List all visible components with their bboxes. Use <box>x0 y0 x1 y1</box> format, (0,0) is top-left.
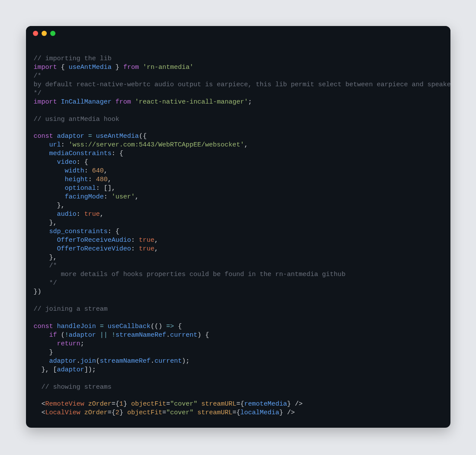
jsx-attr: zOrder <box>84 409 108 416</box>
string: 'react-native-incall-manager' <box>135 98 248 106</box>
brace: } <box>123 400 127 408</box>
brace: { <box>84 159 88 166</box>
ident: adaptor <box>57 366 84 374</box>
ident: adaptor <box>69 332 96 339</box>
semi: ; <box>248 98 252 106</box>
code-block: // importing the lib import { useAntMedi… <box>26 41 450 428</box>
paren-close: ); <box>182 358 190 365</box>
brace: { <box>174 323 182 330</box>
prop: OfferToReceiveAudio <box>57 237 131 244</box>
window-titlebar <box>26 26 450 41</box>
kw-from: from <box>116 98 131 106</box>
comma: , <box>100 211 104 218</box>
eq: = <box>108 409 112 416</box>
number: 640 <box>92 167 104 175</box>
brace: { <box>61 64 65 71</box>
jsx-close: /> <box>283 409 295 416</box>
brace: { <box>120 150 123 157</box>
minimize-icon[interactable] <box>42 31 47 36</box>
prop: height <box>65 176 88 183</box>
fn-call: useCallback <box>108 323 151 330</box>
colon: : <box>84 167 88 175</box>
prop: mediaConstraints <box>49 150 112 157</box>
brackets: [] <box>104 185 112 192</box>
bracket-close: ]); <box>84 366 96 374</box>
comment: // showing streams <box>42 384 112 391</box>
paren-close: ) { <box>198 332 209 339</box>
fn-call: join <box>81 358 96 365</box>
colon: : <box>61 141 65 149</box>
prop: sdp_constraints <box>49 228 108 235</box>
jsx-attr: streamURL <box>201 400 236 408</box>
ident: adaptor <box>49 358 77 365</box>
brace-close: }, [ <box>42 366 57 374</box>
comment: // using antMedia hook <box>34 116 120 123</box>
dot: . <box>151 358 155 365</box>
colon: : <box>77 211 81 218</box>
op-not: ! <box>112 332 116 339</box>
comment: /* <box>34 72 42 80</box>
number: 480 <box>96 176 108 183</box>
comma: , <box>112 185 116 192</box>
maximize-icon[interactable] <box>50 31 55 36</box>
paren: ) <box>159 323 166 330</box>
brace: } <box>120 409 123 416</box>
prop: audio <box>57 211 77 218</box>
jsx-tag: LocalView <box>45 409 81 416</box>
brace: { <box>116 400 120 408</box>
string: 'user' <box>112 193 135 201</box>
kw-const: const <box>34 323 53 330</box>
colon: : <box>131 237 135 244</box>
paren: ({ <box>139 133 147 140</box>
ident: handleJoin <box>57 323 96 330</box>
ident: current <box>170 332 198 339</box>
kw-import: import <box>34 64 57 71</box>
paren-close: }) <box>34 288 42 296</box>
bool: true <box>84 211 100 218</box>
brace-close: }, <box>57 202 65 209</box>
arrow: => <box>166 323 174 330</box>
fn-call: useAntMedia <box>96 133 139 140</box>
paren: (( <box>151 323 159 330</box>
comma: , <box>108 176 112 183</box>
jsx-close: /> <box>291 400 303 408</box>
ident: remoteMedia <box>244 400 287 408</box>
paren: ( <box>61 332 65 339</box>
comment: by default react-native-webrtc audio out… <box>34 81 450 88</box>
jsx-attr: zOrder <box>88 400 112 408</box>
dot: . <box>77 358 81 365</box>
prop: video <box>57 159 77 166</box>
comma: , <box>135 193 139 201</box>
kw-const: const <box>34 133 53 140</box>
comma: , <box>155 237 159 244</box>
comment: */ <box>49 280 57 287</box>
bool: true <box>139 237 155 244</box>
prop: width <box>65 167 84 175</box>
string: 'rn-antmedia' <box>143 64 194 71</box>
string: "cover" <box>166 409 194 416</box>
ident: adaptor <box>57 133 84 140</box>
kw-if: if <box>49 332 57 339</box>
kw-import: import <box>34 98 57 106</box>
kw-from: from <box>123 64 139 71</box>
comma: , <box>244 141 248 149</box>
comment: /* <box>49 262 57 270</box>
op-not: ! <box>65 332 69 339</box>
brace-close: }, <box>49 254 57 261</box>
comma: , <box>155 245 159 253</box>
comma: , <box>104 167 108 175</box>
jsx-attr: streamURL <box>198 409 233 416</box>
ident: streamNameRef <box>116 332 166 339</box>
close-icon[interactable] <box>33 31 38 36</box>
paren: ( <box>96 358 100 365</box>
comment: // importing the lib <box>34 55 112 62</box>
eq: = <box>236 400 240 408</box>
kw-return: return <box>57 340 81 348</box>
brace: { <box>112 409 116 416</box>
colon: : <box>96 185 100 192</box>
colon: : <box>77 159 81 166</box>
jsx-attr: objectFit <box>131 400 166 408</box>
string: "cover" <box>170 400 198 408</box>
prop: optional <box>65 185 96 192</box>
colon: : <box>108 228 112 235</box>
